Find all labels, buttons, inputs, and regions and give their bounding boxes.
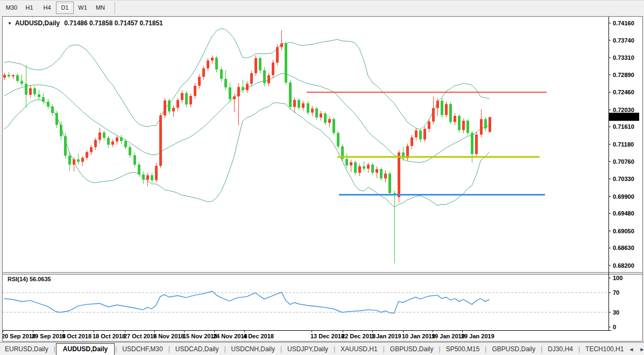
chart-tab-gbpusd-daily[interactable]: GBPUSD,Daily	[385, 344, 438, 354]
chart-tab-sp500-m15[interactable]: SP500,M15	[441, 344, 485, 354]
price-axis-label: 0.71180	[613, 141, 634, 148]
time-axis-label: 20 Sep 2018	[3, 333, 36, 339]
time-axis-label: 18 Oct 2018	[93, 333, 125, 339]
bollinger-upper-band	[4, 29, 490, 129]
price-axis-label: 0.74160	[613, 20, 634, 26]
time-axis-label: 4 Dec 2018	[243, 333, 274, 339]
chart-tab-xauusd-h1[interactable]: XAUUSD,H1	[336, 344, 383, 354]
timeframe-toolbar: M30H1H4D1W1MN	[0, 0, 644, 15]
price-axis-label: 0.70760	[613, 158, 634, 165]
price-axis-label: 0.68630	[613, 245, 634, 251]
rsi-axis: 10070300	[608, 275, 622, 330]
tab-scroll-right-icon[interactable]: ►	[639, 346, 644, 352]
time-axis-label: 6 Nov 2018	[153, 333, 184, 339]
price-axis-label: 0.72890	[613, 72, 634, 78]
time-axis-label: 22 Dec 2018	[342, 333, 376, 339]
toolbar-separator	[115, 2, 116, 14]
main-price-pane	[3, 29, 547, 263]
chart-menu-arrow-icon[interactable]: ▼	[8, 21, 12, 26]
timeframe-button-w1[interactable]: W1	[74, 2, 91, 14]
price-axis-label: 0.70330	[613, 176, 634, 182]
time-axis-label: 10 Jan 2019	[402, 333, 435, 339]
rsi-indicator-label: RSI(14) 56.0635	[8, 276, 51, 282]
rsi-axis-label: 30	[613, 309, 619, 316]
chart-tab-gbpusd-daily[interactable]: GBPUSD,Daily	[487, 344, 540, 354]
time-axis-label: 29 Jan 2019	[461, 333, 494, 339]
tab-scroll-left-icon[interactable]: ◄	[628, 346, 634, 352]
price-axis-label: 0.69050	[613, 228, 634, 234]
price-axis-label: 0.69480	[613, 210, 634, 217]
bollinger-bands	[4, 29, 490, 207]
rsi-axis-label: 0	[613, 324, 616, 330]
chart-canvas[interactable]: 0.741600.737400.733100.728900.724600.720…	[3, 17, 642, 341]
time-axis-label: 1 Jan 2019	[371, 333, 401, 339]
timeframe-button-h4[interactable]: H4	[38, 2, 56, 14]
rsi-axis-label: 100	[613, 275, 622, 281]
time-axis: 20 Sep 201829 Sep 20189 Oct 201818 Oct 2…	[3, 330, 494, 339]
chart-tab-usdchf-m30[interactable]: USDCHF,M30	[117, 344, 167, 354]
rsi-axis-label: 70	[613, 289, 619, 296]
chart-tab-usdcnh-daily[interactable]: USDCNH,Daily	[227, 344, 280, 354]
chart-tab-tech100-h1[interactable]: TECH100,H1	[581, 344, 628, 354]
chart-symbol-label: AUDUSD,Daily	[15, 19, 60, 27]
time-axis-label: 19 Jan 2019	[431, 333, 465, 339]
chart-tab-eurusd-daily[interactable]: EURUSD,Daily	[0, 344, 53, 354]
time-axis-label: 9 Oct 2018	[62, 333, 91, 339]
rsi-pane	[3, 291, 608, 314]
time-axis-label: 15 Nov 2018	[183, 333, 217, 339]
rsi-line	[4, 291, 490, 314]
chart-tab-usdjpy-daily[interactable]: USDJPY,Daily	[282, 344, 333, 354]
application-window: M30H1H4D1W1MN ▼AUDUSD,Daily0.71486 0.718…	[0, 0, 644, 355]
price-axis-label: 0.68200	[613, 262, 634, 269]
chart-tab-audusd-daily[interactable]: AUDUSD,Daily	[56, 343, 115, 355]
time-axis-label: 27 Oct 2018	[124, 333, 157, 339]
chart-window: ▼AUDUSD,Daily0.71486 0.71858 0.71457 0.7…	[2, 16, 643, 342]
chart-tab-usdcad-daily[interactable]: USDCAD,Daily	[171, 344, 224, 354]
price-axis-label: 0.72460	[613, 89, 634, 95]
chart-tab-bar: EURUSD,Daily|AUDUSD,Daily|USDCHF,M30|USD…	[0, 342, 644, 355]
horizontal-object-lines	[307, 92, 547, 194]
bollinger-lower-band	[4, 100, 490, 207]
timeframe-button-mn[interactable]: MN	[91, 2, 109, 14]
price-axis-label: 0.73310	[613, 54, 634, 61]
timeframe-button-d1[interactable]: D1	[56, 2, 74, 14]
current-price-value: 0.71851	[613, 114, 634, 120]
price-axis-label: 0.72030	[613, 107, 634, 113]
price-axis-label: 0.69900	[613, 193, 634, 200]
candlestick-series	[3, 30, 491, 263]
timeframe-button-h1[interactable]: H1	[20, 2, 38, 14]
chart-ohlc-values: 0.71486 0.71858 0.71457 0.71851	[64, 19, 163, 27]
price-axis: 0.741600.737400.733100.728900.724600.720…	[608, 20, 639, 269]
price-axis-label: 0.73740	[613, 37, 634, 44]
time-axis-label: 29 Sep 2018	[32, 333, 66, 339]
time-axis-label: 24 Nov 2018	[213, 333, 247, 339]
chart-tab-dj30-h4[interactable]: DJ30,H4	[543, 344, 578, 354]
chart-ohlc-readout: ▼AUDUSD,Daily0.71486 0.71858 0.71457 0.7…	[8, 19, 163, 27]
timeframe-button-m30[interactable]: M30	[3, 2, 20, 14]
price-axis-label: 0.71610	[613, 123, 634, 130]
time-axis-label: 13 Dec 2018	[310, 333, 344, 339]
